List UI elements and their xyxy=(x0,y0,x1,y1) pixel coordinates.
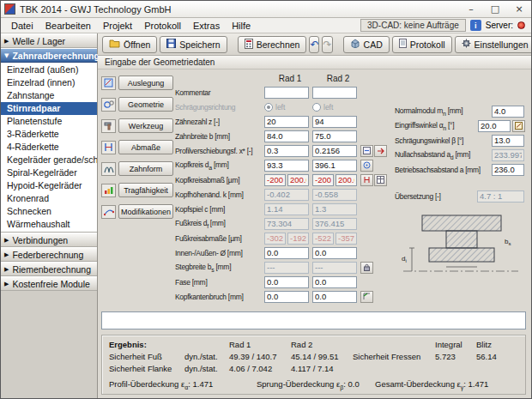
kopfkreisabmass-rad1-lo-input[interactable] xyxy=(264,174,286,186)
profilverschiebung-rad2-input[interactable] xyxy=(312,145,357,157)
comment-display-box[interactable] xyxy=(101,311,526,329)
calculate-button[interactable]: Berechnen xyxy=(238,36,307,53)
sidebar-section-zahnradberechnung[interactable]: ▼ Zahnradberechnung xyxy=(1,48,97,63)
sidebar-item-3-raederkette[interactable]: 3-Räderkette xyxy=(1,128,97,141)
innen-aussen-rad2-input[interactable] xyxy=(312,247,357,259)
kopfspiel-rad1-value xyxy=(264,203,309,215)
helix-left-radio-rad2[interactable] xyxy=(312,103,321,112)
results-col-blitz: Blitz xyxy=(476,340,518,349)
menu-datei[interactable]: Datei xyxy=(5,21,39,31)
tragfaehigkeit-button[interactable]: Tragfähigkeit xyxy=(118,183,173,197)
menu-projekt[interactable]: Projekt xyxy=(97,21,138,31)
kopfkantenbruch-rad2-input[interactable] xyxy=(312,291,357,303)
sidebar-item-waermehaushalt[interactable]: Wärmehaushalt xyxy=(1,218,97,231)
tolerance-select-icon[interactable] xyxy=(360,174,373,186)
shift-calc-icon[interactable] xyxy=(374,145,387,157)
fase-rad2-input[interactable] xyxy=(312,276,357,288)
zaehnezahl-rad2-input[interactable] xyxy=(312,116,357,128)
redo-icon: ↷ xyxy=(323,39,331,51)
sidebar-item-zahnstange[interactable]: Zahnstange xyxy=(1,89,97,102)
minimize-button[interactable]: – xyxy=(459,1,483,17)
eingriffswinkel-input[interactable] xyxy=(478,120,511,132)
floppy-disk-icon xyxy=(166,39,176,50)
betriebsachsabstand-input[interactable] xyxy=(492,164,524,176)
redo-button[interactable]: ↷ xyxy=(322,36,332,53)
sidebar-item-kronenrad[interactable]: Kronenrad xyxy=(1,192,97,205)
kopfkreisabmass-rad1-hi-input[interactable] xyxy=(287,174,309,186)
server-label: Server: xyxy=(486,21,513,30)
info-icon[interactable]: i xyxy=(470,20,481,31)
fusskreisabmasse-rad2-lo-value xyxy=(312,233,334,245)
zahnbreite-rad1-input[interactable] xyxy=(264,130,309,142)
sidebar-section-riemenberechnung[interactable]: ▶ Riemenberechnung xyxy=(1,262,97,276)
sidebar-item-schnecken[interactable]: Schnecken xyxy=(1,205,97,218)
sidebar-item-hypoid-kegelraeder[interactable]: Hypoid-Kegelräder xyxy=(1,179,97,192)
protocol-button[interactable]: Protokoll xyxy=(392,36,452,53)
folder-open-icon xyxy=(109,39,120,50)
kopfkreisabmass-row: Kopfkreisabmaß [µm] xyxy=(175,173,391,186)
settings-button[interactable]: Einstellungen xyxy=(455,36,532,53)
sidebar-section-welle-lager[interactable]: ▶ Welle / Lager xyxy=(1,33,97,48)
kommentar-row: Kommentar xyxy=(175,86,391,99)
kopfkreisabmass-rad2-lo-input[interactable] xyxy=(312,174,334,186)
kopfkantenbruch-rad1-input[interactable] xyxy=(264,291,309,303)
kommentar-rad2-input[interactable] xyxy=(312,87,357,99)
zaehnezahl-rad1-input[interactable] xyxy=(264,116,309,128)
result-fressen-integral: 5.723 xyxy=(435,352,476,361)
results-panel: Ergebnis: Rad 1 Rad 2 Integral Blitz Sic… xyxy=(101,335,526,395)
schraegungswinkel-input[interactable] xyxy=(492,135,524,147)
menu-hilfe[interactable]: Hilfe xyxy=(226,21,257,31)
lock-icon[interactable] xyxy=(360,262,373,274)
auslegung-button[interactable]: Auslegung xyxy=(118,76,173,90)
normalmodul-input[interactable] xyxy=(492,106,524,118)
angle-calc-icon[interactable] xyxy=(512,120,525,132)
sidebar-item-stirnradpaar[interactable]: Stirnradpaar xyxy=(1,102,97,115)
sidebar-section-kostenfreie-module[interactable]: ▶ Kostenfreie Module xyxy=(1,276,97,291)
cad-cube-icon xyxy=(350,39,360,50)
sidebar-item-planetenstufe[interactable]: Planetenstufe xyxy=(1,115,97,128)
kopfkreis-rad1-input[interactable] xyxy=(264,160,309,172)
menu-protokoll[interactable]: Protokoll xyxy=(138,21,187,31)
kommentar-rad1-input[interactable] xyxy=(264,87,309,99)
balance-shift-icon[interactable] xyxy=(360,145,373,157)
werkzeug-button[interactable]: Werkzeug xyxy=(118,118,173,133)
toolbar: Öffnen Speichern Berechnen ↶ ↷ CAD xyxy=(98,33,531,56)
eingriffswinkel-row: Eingriffswinkel αn [°] xyxy=(395,119,526,132)
normalmodul-row: Normalmodul mn [mm] xyxy=(395,105,526,118)
document-icon xyxy=(399,39,407,50)
result-mode: dyn./stat. xyxy=(184,364,229,373)
kopfkreis-rad2-input[interactable] xyxy=(312,160,357,172)
menu-bearbeiten[interactable]: Bearbeiten xyxy=(39,21,97,31)
close-button[interactable]: × xyxy=(507,1,531,17)
menubar: Datei Bearbeiten Projekt Protokoll Extra… xyxy=(1,18,531,33)
maximize-button[interactable]: □ xyxy=(483,1,507,17)
tip-circle-calc-icon[interactable] xyxy=(360,160,373,172)
abmasse-button[interactable]: Abmaße xyxy=(118,140,173,154)
zahnform-button[interactable]: Zahnform xyxy=(118,161,173,176)
fase-rad1-input[interactable] xyxy=(264,276,309,288)
chevron-down-icon: ▼ xyxy=(4,52,9,59)
open-button[interactable]: Öffnen xyxy=(102,36,157,53)
cad-button[interactable]: CAD xyxy=(343,36,390,53)
save-button[interactable]: Speichern xyxy=(160,36,227,53)
tolerance-table-icon[interactable] xyxy=(374,174,387,186)
sidebar-section-verbindungen[interactable]: ▶ Verbindungen xyxy=(1,233,97,247)
undo-button[interactable]: ↶ xyxy=(309,36,319,53)
sidebar-item-kegelraeder[interactable]: Kegelräder gerade/schräg xyxy=(1,154,97,166)
geometrie-button[interactable]: Geometrie xyxy=(118,97,173,112)
kopfkreisabmass-rad2-hi-input[interactable] xyxy=(336,174,357,186)
menu-extras[interactable]: Extras xyxy=(187,21,226,31)
zahnbreite-rad2-input[interactable] xyxy=(312,130,357,142)
chamfer-icon[interactable] xyxy=(360,291,373,303)
sidebar-item-4-raederkette[interactable]: 4-Räderkette xyxy=(1,141,97,154)
load-capacity-icon xyxy=(101,184,116,197)
sidebar-section-federberechnung[interactable]: ▶ Federberechnung xyxy=(1,247,97,262)
fusskreis-rad1-value xyxy=(264,218,309,230)
sidebar-item-einzelrad-innen[interactable]: Einzelrad (innen) xyxy=(1,76,97,89)
sidebar-item-spiral-kegelraeder[interactable]: Spiral-Kegelräder xyxy=(1,166,97,179)
modifikationen-button[interactable]: Modifikationen xyxy=(118,204,173,219)
innen-aussen-rad1-input[interactable] xyxy=(264,247,309,259)
sidebar-item-einzelrad-aussen[interactable]: Einzelrad (außen) xyxy=(1,63,97,76)
profilverschiebung-rad1-input[interactable] xyxy=(264,145,309,157)
helix-left-radio-rad1[interactable] xyxy=(264,103,273,112)
